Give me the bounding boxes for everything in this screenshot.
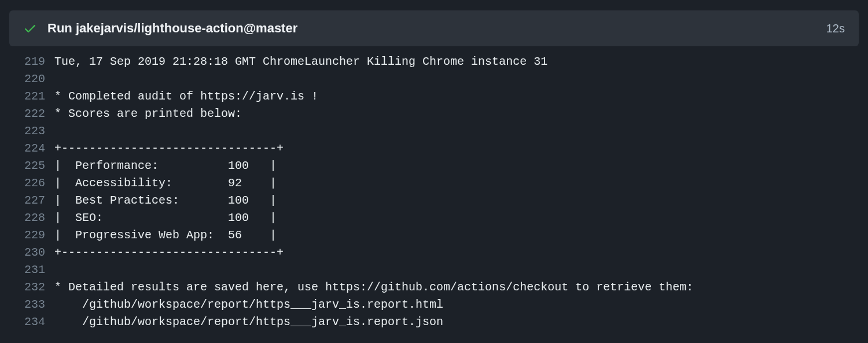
- log-line: 219Tue, 17 Sep 2019 21:28:18 GMT ChromeL…: [9, 53, 868, 71]
- line-text: | Best Practices: 100 |: [54, 192, 277, 209]
- step-duration: 12s: [826, 22, 845, 35]
- log-line: 220: [9, 71, 868, 88]
- log-line: 230+-------------------------------+: [9, 244, 868, 261]
- log-line: 234 /github/workspace/report/https___jar…: [9, 314, 868, 331]
- line-text: /github/workspace/report/https___jarv_is…: [54, 296, 443, 314]
- line-text: | Performance: 100 |: [54, 157, 277, 175]
- line-text: +-------------------------------+: [54, 140, 284, 157]
- line-number: 230: [9, 244, 54, 261]
- log-line: 231: [9, 261, 868, 279]
- log-line: 226| Accessibility: 92 |: [9, 175, 868, 192]
- line-text: Tue, 17 Sep 2019 21:28:18 GMT ChromeLaun…: [54, 53, 547, 71]
- log-line: 222* Scores are printed below:: [9, 105, 868, 123]
- line-number: 219: [9, 53, 54, 71]
- log-line: 224+-------------------------------+: [9, 140, 868, 157]
- line-number: 232: [9, 279, 54, 296]
- line-text: | SEO: 100 |: [54, 209, 277, 227]
- log-line: 232* Detailed results are saved here, us…: [9, 279, 868, 296]
- log-line: 233 /github/workspace/report/https___jar…: [9, 296, 868, 314]
- line-number: 228: [9, 209, 54, 227]
- log-line: 221* Completed audit of https://jarv.is …: [9, 88, 868, 105]
- line-number: 233: [9, 296, 54, 314]
- log-line: 228| SEO: 100 |: [9, 209, 868, 227]
- log-line: 223: [9, 123, 868, 140]
- line-text: * Detailed results are saved here, use h…: [54, 279, 693, 296]
- log-output: 219Tue, 17 Sep 2019 21:28:18 GMT ChromeL…: [0, 53, 868, 331]
- line-text: /github/workspace/report/https___jarv_is…: [54, 314, 443, 331]
- log-line: 227| Best Practices: 100 |: [9, 192, 868, 209]
- line-number: 226: [9, 175, 54, 192]
- line-number: 221: [9, 88, 54, 105]
- line-text: * Completed audit of https://jarv.is !: [54, 88, 318, 105]
- line-number: 231: [9, 261, 54, 279]
- line-text: | Progressive Web App: 56 |: [54, 227, 277, 244]
- line-number: 223: [9, 123, 54, 140]
- line-number: 222: [9, 105, 54, 123]
- log-line: 225| Performance: 100 |: [9, 157, 868, 175]
- line-number: 225: [9, 157, 54, 175]
- line-number: 234: [9, 314, 54, 331]
- line-number: 220: [9, 71, 54, 88]
- workflow-step-header[interactable]: Run jakejarvis/lighthouse-action@master …: [9, 10, 859, 46]
- line-number: 224: [9, 140, 54, 157]
- line-text: +-------------------------------+: [54, 244, 284, 261]
- line-number: 227: [9, 192, 54, 209]
- step-title: Run jakejarvis/lighthouse-action@master: [47, 21, 826, 36]
- log-line: 229| Progressive Web App: 56 |: [9, 227, 868, 244]
- check-icon: [23, 21, 37, 35]
- line-text: | Accessibility: 92 |: [54, 175, 277, 192]
- line-number: 229: [9, 227, 54, 244]
- line-text: * Scores are printed below:: [54, 105, 242, 123]
